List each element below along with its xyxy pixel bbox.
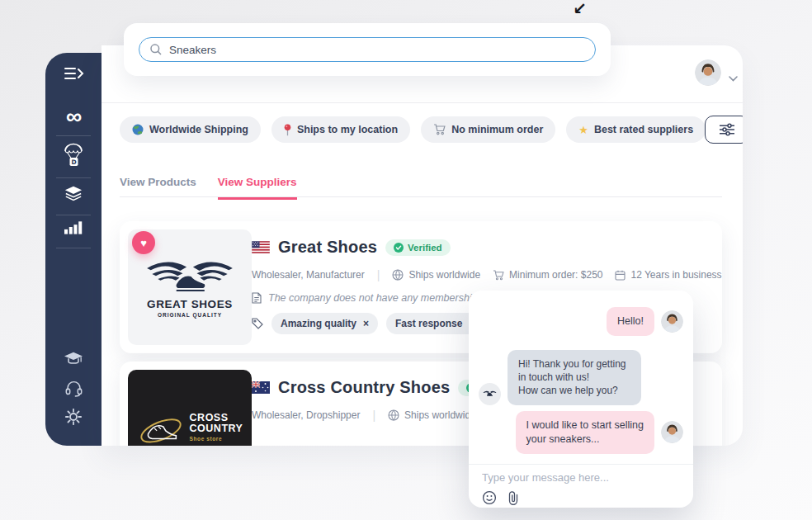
favorite-button[interactable]: ♥ bbox=[132, 231, 155, 254]
chat-toolbar bbox=[482, 490, 518, 505]
heart-icon: ♥ bbox=[140, 237, 147, 249]
sidebar-item-support[interactable] bbox=[45, 380, 102, 397]
chat-message-input[interactable] bbox=[482, 471, 680, 484]
account-menu-button[interactable] bbox=[729, 70, 738, 85]
user-avatar[interactable] bbox=[695, 59, 721, 86]
user-photo bbox=[695, 59, 721, 86]
mouse-cursor-icon: ↙ bbox=[573, 0, 587, 18]
sidebar-menu-toggle[interactable] bbox=[45, 66, 102, 81]
chip-label: Ships to my location bbox=[297, 124, 398, 135]
logo-text: COUNTRY bbox=[190, 423, 243, 434]
chip-label: Worldwide Shipping bbox=[149, 124, 248, 135]
cart-icon bbox=[433, 124, 446, 135]
globe-outline-icon bbox=[392, 269, 404, 281]
supplier-types: Wholesaler, Manufacturer bbox=[252, 269, 365, 281]
supplier-avatar bbox=[479, 383, 501, 405]
logo-subtext: Shoe store bbox=[190, 437, 243, 442]
search-box[interactable] bbox=[139, 37, 596, 62]
remove-tag-icon[interactable]: × bbox=[363, 318, 369, 329]
chip-label: No minimum order bbox=[451, 124, 543, 135]
logo-subtext: ORIGINAL QUALITY bbox=[158, 312, 222, 318]
supplier-logo-cross-country: CROSS COUNTRY Shoe store bbox=[128, 370, 252, 446]
tag-amazing-quality[interactable]: Amazing quality × bbox=[271, 313, 378, 334]
brand-logo-icon[interactable]: ∞ bbox=[45, 106, 102, 127]
bar-chart-icon bbox=[64, 220, 83, 234]
globe-earth-icon bbox=[132, 124, 144, 135]
parachute-d-icon: D bbox=[64, 142, 83, 167]
menu-expand-icon bbox=[63, 66, 84, 81]
winged-sneaker-logo-icon bbox=[141, 257, 238, 296]
sliders-icon bbox=[719, 123, 735, 136]
search-input[interactable] bbox=[169, 44, 584, 56]
gear-icon bbox=[65, 409, 82, 425]
supplier-name: Cross Country Shoes bbox=[278, 378, 450, 397]
ships-worldwide: Ships worldwide bbox=[388, 409, 476, 421]
pushpin-icon bbox=[284, 124, 291, 136]
attachment-icon[interactable] bbox=[508, 491, 518, 505]
chevron-down-icon bbox=[729, 76, 738, 82]
layers-icon bbox=[64, 185, 83, 201]
supplier-name: Great Shoes bbox=[278, 238, 377, 257]
cart-outline-icon bbox=[493, 270, 504, 281]
sidebar-divider bbox=[56, 135, 91, 136]
user-photo bbox=[661, 421, 683, 443]
cross-country-shoe-icon bbox=[137, 404, 185, 446]
graduation-cap-icon bbox=[64, 352, 83, 367]
us-flag-icon bbox=[252, 241, 270, 253]
ships-worldwide: Ships worldwide bbox=[392, 269, 480, 281]
sidebar-item-academy[interactable] bbox=[45, 352, 102, 367]
sidebar-item-products[interactable] bbox=[45, 185, 102, 201]
supplier-types: Wholesaler, Dropshipper bbox=[252, 409, 360, 421]
user-avatar bbox=[661, 421, 683, 443]
app-screenshot: ↙ ∞ D bbox=[0, 0, 812, 520]
chip-worldwide-shipping[interactable]: Worldwide Shipping bbox=[120, 116, 261, 143]
chip-best-rated-suppliers[interactable]: ★ Best rated suppliers bbox=[566, 116, 706, 143]
verified-label: Verified bbox=[408, 243, 442, 253]
star-icon: ★ bbox=[578, 124, 588, 136]
sidebar-item-analytics[interactable] bbox=[45, 220, 102, 234]
sidebar: ∞ D bbox=[45, 53, 102, 446]
winged-sneaker-mini-icon bbox=[483, 390, 497, 398]
emoji-icon[interactable] bbox=[482, 490, 497, 505]
calendar-icon bbox=[615, 270, 626, 281]
verified-check-icon bbox=[394, 243, 404, 253]
sidebar-divider bbox=[56, 248, 91, 248]
headset-icon bbox=[65, 380, 83, 397]
chat-widget: Hello! bbox=[469, 291, 693, 508]
separator: | bbox=[372, 409, 375, 422]
sidebar-divider bbox=[56, 177, 91, 178]
chat-message-user: Hello! bbox=[607, 307, 683, 336]
chat-bubble: Hello! bbox=[607, 307, 654, 336]
sidebar-item-dropshipping[interactable]: D bbox=[45, 142, 102, 167]
chat-bubble: I would like to start selling your sneak… bbox=[516, 411, 654, 454]
chat-divider bbox=[469, 464, 693, 465]
chat-bubble: Hi! Thank you for getting in touch with … bbox=[508, 350, 641, 405]
verified-badge: Verified bbox=[385, 239, 451, 256]
advanced-filters-button[interactable] bbox=[705, 116, 743, 144]
minimum-order: Minimum order: $250 bbox=[493, 269, 602, 281]
separator: | bbox=[377, 268, 380, 281]
search-icon bbox=[150, 44, 162, 55]
chat-message-supplier: Hi! Thank you for getting in touch with … bbox=[479, 350, 641, 405]
chip-no-minimum-order[interactable]: No minimum order bbox=[421, 116, 555, 143]
filter-chips-row: Worldwide Shipping Ships to my location bbox=[120, 116, 743, 143]
user-avatar bbox=[661, 310, 683, 333]
sidebar-item-settings[interactable] bbox=[45, 409, 102, 425]
chip-ships-to-my-location[interactable]: Ships to my location bbox=[271, 116, 410, 143]
svg-text:D: D bbox=[71, 158, 76, 166]
logo-text: GREAT SHOES bbox=[147, 298, 233, 310]
chat-message-user: I would like to start selling your sneak… bbox=[516, 411, 683, 454]
globe-outline-icon bbox=[388, 409, 399, 421]
au-flag-icon bbox=[252, 381, 270, 394]
search-card bbox=[124, 23, 611, 76]
document-icon bbox=[252, 292, 262, 304]
years-in-business: 12 Years in business bbox=[615, 269, 721, 281]
user-photo bbox=[661, 310, 683, 333]
sidebar-divider bbox=[56, 215, 91, 215]
tabs-divider bbox=[120, 196, 722, 197]
tag-icon bbox=[252, 318, 263, 329]
chip-label: Best rated suppliers bbox=[594, 124, 693, 135]
